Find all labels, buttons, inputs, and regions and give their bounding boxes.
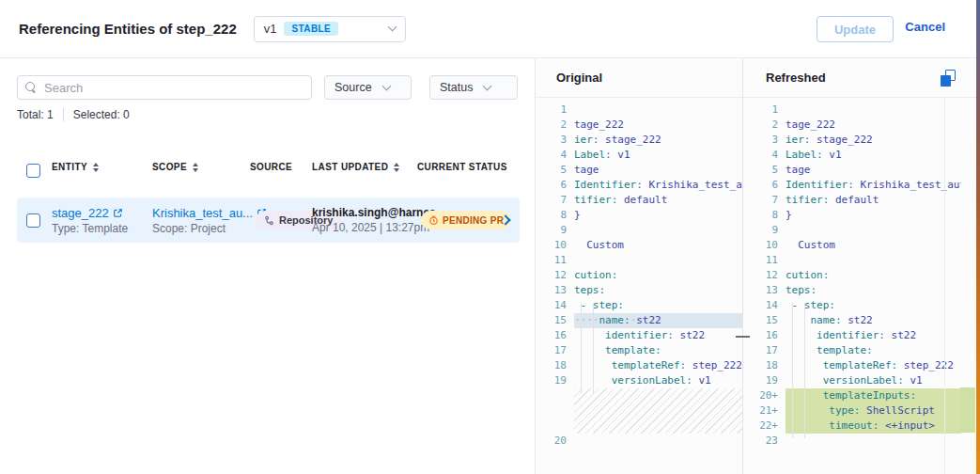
code-line: 16 identifier: st22 [745,328,961,343]
code-line: 22+ timeout: <+input> [745,419,961,434]
line-number: 6 [745,178,786,193]
code-line: 9 [536,223,742,238]
code-token: template: [786,344,873,356]
code-line: 19 versionLabel: v1 [745,373,961,388]
line-number: 2 [536,118,574,133]
chevron-down-icon [387,23,397,32]
chevron-right-icon[interactable] [500,214,510,225]
line-number: 14 [536,298,574,313]
line-number: 7 [745,193,786,208]
line-number: 9 [536,223,574,238]
line-number: 14 [745,298,786,313]
code-line: 6Identifier: Krishika_test_aut [745,178,961,193]
selected-count: Selected: 0 [73,108,130,121]
code-line: 4Label: v1 [536,148,742,163]
column-scope[interactable]: SCOPE [152,162,198,172]
line-number: 20+ [745,388,786,403]
line-number: 17 [536,343,574,358]
code-token: v1 [904,374,923,387]
version-selector[interactable]: v1 STABLE [254,16,406,42]
code-token: Custom [786,239,835,251]
code-token: name: [599,314,630,326]
code-text: tage [574,163,742,178]
code-token: type: [786,404,860,417]
code-token: templateRef: [574,359,686,371]
diff-editor[interactable]: 12tage_2223ier: stage_2224Label: v15tage… [536,97,980,474]
code-text [574,223,742,238]
copy-icon[interactable] [941,70,956,87]
scope-link[interactable]: Krishika_test_au... [152,206,253,220]
code-token: tage_222 [786,118,835,131]
code-line: 12cution: [745,268,961,283]
status-filter-label: Status [440,81,473,94]
sort-icon[interactable] [394,163,399,172]
code-token: stage_222 [811,134,873,146]
search-box[interactable] [17,75,312,100]
line-number: 3 [536,133,574,148]
code-text: name: st22 [786,313,961,328]
code-line: 3ier: stage_222 [745,133,961,148]
table-row[interactable]: stage_222 Type: Template Krishika_test_a… [17,198,520,243]
code-text: cution: [574,268,742,283]
column-last-updated[interactable]: LAST UPDATED [312,162,399,172]
refreshed-title: Refreshed [766,71,826,85]
code-token: versionLabel: [786,374,904,387]
code-token: cution: [786,269,829,281]
refreshed-code-pane[interactable]: 12tage_2223ier: stage_2224Label: v15tage… [745,98,961,474]
line-number: 2 [745,118,786,133]
code-text [786,103,961,118]
code-line: 16 identifier: st22 [536,328,742,343]
indent-guide [792,303,793,438]
code-line: 1 [745,103,961,118]
code-token: timeout: [786,419,879,432]
code-text: tifier: default [574,193,742,208]
code-text: template: [786,343,961,358]
code-line: 13teps: [536,283,742,298]
code-text: teps: [786,283,961,298]
chevron-down-icon [483,81,492,90]
line-number: 3 [745,133,786,148]
code-token: Label: [574,149,612,161]
code-line: 13teps: [745,283,961,298]
divider [63,108,64,121]
status-filter-dropdown[interactable]: Status [429,75,518,100]
column-entity[interactable]: ENTITY [52,162,99,172]
clock-icon [428,215,439,226]
entity-link[interactable]: stage_222 [52,206,109,220]
code-line: 4Label: v1 [745,148,961,163]
row-checkbox[interactable] [26,213,40,228]
search-input[interactable] [44,81,303,95]
code-text: Label: v1 [574,148,742,163]
line-number: 10 [745,238,786,253]
select-all-checkbox[interactable] [26,164,40,178]
cancel-button[interactable]: Cancel [905,20,945,34]
scrollbar-track [944,97,945,474]
line-number: 13 [536,283,574,298]
code-line: 15····name:·st22 [536,313,742,328]
update-button[interactable]: Update [817,16,894,42]
code-line: 14 - step: [745,298,961,313]
code-text: timeout: <+input> [786,419,961,434]
sort-icon[interactable] [93,163,99,172]
original-code-pane[interactable]: 12tage_2223ier: stage_2224Label: v15tage… [536,98,742,474]
source-filter-dropdown[interactable]: Source [324,75,412,100]
code-token: default [617,194,667,206]
stable-badge: STABLE [284,22,338,36]
original-title: Original [556,71,602,85]
code-line: 15 name: st22 [745,313,961,328]
code-token: teps: [574,284,605,296]
code-token: versionLabel: [574,374,692,387]
code-token: default [829,194,879,206]
code-token: ier: [786,134,811,146]
code-text: tage_222 [786,118,961,133]
code-token: st22 [636,314,661,326]
code-line: 14 - step: [536,298,742,313]
indent-guide [593,303,594,393]
line-number: 15 [745,313,786,328]
code-text [786,434,961,449]
code-text: Custom [786,238,961,253]
code-token: st22 [885,329,916,341]
column-source: SOURCE [250,162,292,172]
code-text [574,103,742,118]
sort-icon[interactable] [193,163,198,172]
